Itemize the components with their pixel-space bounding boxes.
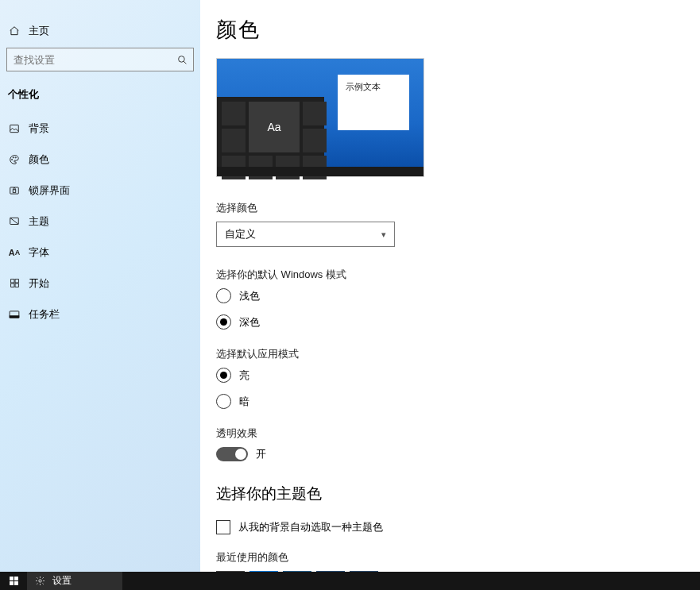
lock-icon (8, 184, 21, 197)
svg-point-3 (13, 156, 14, 157)
svg-point-18 (38, 580, 41, 582)
sidebar-item-label: 颜色 (29, 152, 49, 167)
radio-label: 深色 (239, 315, 260, 330)
theme-icon (8, 215, 21, 228)
radio-app-dark[interactable]: 暗 (216, 394, 700, 409)
svg-rect-8 (10, 280, 14, 283)
radio-label: 暗 (239, 395, 249, 409)
search-input[interactable] (14, 54, 176, 66)
combo-value: 自定义 (225, 227, 256, 241)
svg-point-0 (178, 56, 184, 62)
preview-thumbnail: 示例文本 Aa (216, 58, 424, 177)
transparency-label: 透明效果 (216, 426, 700, 441)
sidebar-item-label: 开始 (29, 276, 49, 291)
preview-taskbar (217, 167, 423, 176)
home-label: 主页 (29, 24, 49, 38)
radio-windows-dark[interactable]: 深色 (216, 314, 700, 330)
checkbox-box (216, 520, 230, 534)
sidebar-item-label: 字体 (29, 245, 49, 260)
start-button[interactable] (0, 572, 27, 590)
accent-section-title: 选择你的主题色 (216, 484, 700, 504)
taskbar-settings-label: 设置 (52, 574, 72, 588)
radio-app-light[interactable]: 亮 (216, 368, 700, 383)
radio-windows-light[interactable]: 浅色 (216, 288, 700, 303)
radio-indicator (216, 314, 231, 330)
chevron-down-icon: ▾ (381, 229, 386, 240)
svg-rect-15 (14, 577, 18, 580)
toggle-state: 开 (256, 447, 266, 461)
app-mode-group: 亮 暗 (216, 368, 700, 409)
radio-label: 亮 (239, 368, 249, 383)
windows-mode-group: 浅色 深色 (216, 288, 700, 330)
win-mode-label: 选择你的默认 Windows 模式 (216, 268, 700, 282)
toggle-track (216, 447, 248, 461)
recent-colors-label: 最近使用的颜色 (216, 550, 700, 565)
radio-indicator (216, 368, 231, 383)
preview-window: 示例文本 (338, 75, 409, 130)
radio-indicator (216, 288, 231, 303)
image-icon (8, 122, 21, 135)
font-icon: AA (8, 246, 21, 259)
svg-rect-6 (13, 189, 16, 192)
svg-rect-10 (10, 283, 14, 287)
section-title: 个性化 (0, 81, 200, 113)
start-icon (8, 277, 21, 290)
svg-rect-1 (10, 125, 19, 132)
search-box[interactable] (6, 48, 194, 71)
palette-icon (8, 153, 21, 166)
svg-rect-14 (10, 577, 14, 580)
svg-point-4 (15, 156, 16, 157)
sidebar-item-themes[interactable]: 主题 (0, 206, 200, 237)
color-mode-combo[interactable]: 自定义 ▾ (216, 222, 395, 247)
svg-rect-9 (15, 280, 18, 283)
home-link[interactable]: 主页 (0, 21, 200, 48)
radio-label: 浅色 (239, 289, 260, 303)
taskbar-settings-button[interactable]: 设置 (27, 572, 122, 590)
sidebar-item-fonts[interactable]: AA 字体 (0, 237, 200, 268)
app-mode-label: 选择默认应用模式 (216, 347, 700, 361)
search-icon (176, 53, 188, 66)
taskbar-icon (8, 308, 21, 321)
auto-pick-checkbox[interactable]: 从我的背景自动选取一种主题色 (216, 520, 700, 534)
svg-point-2 (12, 159, 13, 160)
sidebar-item-taskbar[interactable]: 任务栏 (0, 299, 200, 330)
sidebar-item-label: 任务栏 (29, 307, 60, 322)
sidebar-item-start[interactable]: 开始 (0, 268, 200, 299)
transparency-toggle[interactable]: 开 (216, 447, 700, 461)
windows-taskbar: 设置 (0, 572, 700, 590)
svg-rect-16 (10, 581, 14, 585)
sidebar-item-lockscreen[interactable]: 锁屏界面 (0, 175, 200, 206)
settings-sidebar: 主页 个性化 背景 颜色 锁屏界面 (0, 0, 200, 572)
svg-rect-17 (14, 581, 18, 585)
main-content: 颜色 示例文本 Aa 选择颜色 自定义 ▾ 选择你的默认 Windows 模式 … (200, 0, 700, 572)
sidebar-item-label: 锁屏界面 (29, 183, 70, 198)
preview-start-tiles: Aa (217, 97, 324, 176)
sidebar-item-colors[interactable]: 颜色 (0, 144, 200, 175)
gear-icon (33, 575, 46, 588)
svg-rect-13 (10, 315, 19, 317)
checkbox-label: 从我的背景自动选取一种主题色 (238, 520, 383, 534)
sidebar-item-background[interactable]: 背景 (0, 113, 200, 144)
page-title: 颜色 (216, 16, 700, 44)
home-icon (8, 25, 21, 37)
sidebar-item-label: 背景 (29, 121, 49, 136)
radio-indicator (216, 394, 231, 409)
preview-sample-text: 示例文本 (346, 82, 381, 91)
svg-rect-5 (10, 187, 19, 193)
choose-color-label: 选择颜色 (216, 201, 700, 215)
sidebar-item-label: 主题 (29, 214, 49, 229)
svg-rect-11 (15, 283, 18, 287)
